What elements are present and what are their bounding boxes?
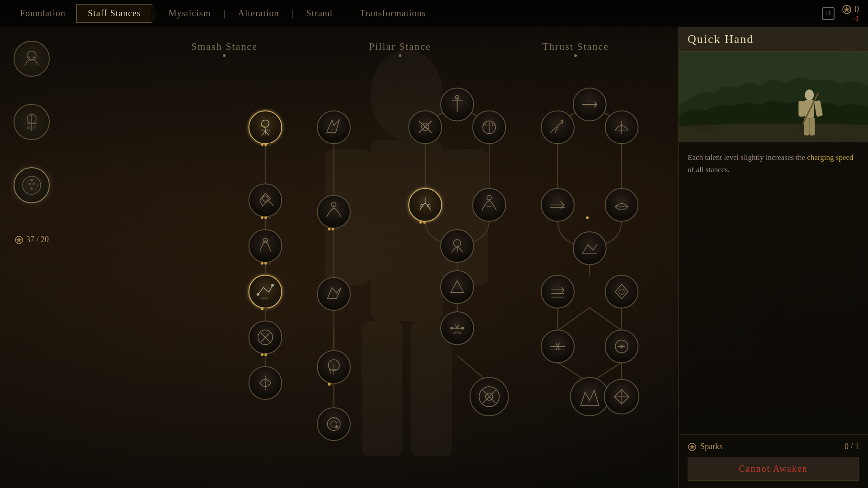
svg-point-14 <box>33 127 36 129</box>
nav-sep-3: | <box>292 8 293 19</box>
svg-point-47 <box>249 230 282 263</box>
svg-point-144 <box>541 275 574 308</box>
sparks-label: Sparks <box>688 442 722 451</box>
panel-footer: Sparks 0 / 1 Cannot Awaken <box>679 434 868 488</box>
svg-rect-167 <box>798 101 805 117</box>
svg-point-64 <box>317 111 350 144</box>
svg-point-69 <box>328 228 330 230</box>
nav-alteration[interactable]: Alteration <box>227 5 290 22</box>
svg-point-100 <box>423 221 425 224</box>
svg-point-19 <box>30 187 33 190</box>
sparks-footer-label: Sparks <box>700 442 722 451</box>
svg-rect-170 <box>809 117 815 136</box>
char-orb-1-icon <box>20 47 43 70</box>
sparks-total: 37 / 20 <box>14 235 49 244</box>
cannot-awaken-button[interactable]: Cannot Awaken <box>688 457 859 481</box>
svg-point-7 <box>27 51 36 60</box>
svg-point-109 <box>441 230 474 263</box>
svg-point-9 <box>33 56 35 58</box>
nav-sep-1: | <box>154 8 156 19</box>
nav-transformations[interactable]: Transformations <box>349 5 437 22</box>
sparks-count-display: 0 <box>842 4 859 14</box>
svg-point-18 <box>33 183 35 185</box>
nav-foundation[interactable]: Foundation <box>9 5 76 22</box>
svg-point-54 <box>271 284 274 286</box>
right-panel: Quick Hand <box>678 27 868 488</box>
svg-point-142 <box>573 232 606 265</box>
svg-point-50 <box>264 262 267 265</box>
svg-point-148 <box>605 275 638 308</box>
key-d-icon: D <box>822 7 835 20</box>
svg-point-46 <box>268 216 271 219</box>
nav-right: D 0 -1 <box>822 4 859 23</box>
navbar: Foundation Staff Stances | Mysticism | A… <box>0 0 868 27</box>
svg-point-39 <box>261 143 264 146</box>
panel-title: Quick Hand <box>688 33 859 46</box>
svg-point-38 <box>264 127 265 128</box>
sparks-footer-value: 0 / 1 <box>844 442 859 451</box>
svg-point-140 <box>605 188 638 221</box>
skill-tree-svg <box>127 54 678 488</box>
svg-point-13 <box>27 127 30 129</box>
sparks-area: 0 -1 <box>842 4 859 23</box>
sparks-row: Sparks 0 / 1 <box>688 442 859 451</box>
sparks-total-value: 37 / 20 <box>26 235 49 244</box>
svg-point-52 <box>249 275 282 308</box>
nav-mysticism[interactable]: Mysticism <box>158 5 222 22</box>
svg-point-75 <box>328 383 330 386</box>
svg-point-44 <box>261 216 264 219</box>
svg-point-71 <box>335 228 338 230</box>
svg-point-77 <box>317 408 350 441</box>
svg-point-51 <box>268 262 271 265</box>
svg-point-60 <box>261 353 264 356</box>
char-orb-2[interactable] <box>14 104 50 140</box>
panel-description: Each talent level slightly increases the… <box>679 142 868 434</box>
panel-title-bar: Quick Hand <box>679 27 868 52</box>
svg-point-156 <box>571 377 609 416</box>
svg-point-53 <box>257 293 259 296</box>
svg-rect-166 <box>805 100 814 118</box>
svg-point-99 <box>419 221 422 224</box>
svg-point-80 <box>335 426 338 428</box>
nav-staff-stances[interactable]: Staff Stances <box>76 4 152 23</box>
svg-point-37 <box>261 125 263 127</box>
svg-point-165 <box>805 89 814 100</box>
svg-point-41 <box>268 143 271 146</box>
char-orb-1[interactable] <box>14 41 50 77</box>
svg-point-76 <box>331 383 334 386</box>
svg-point-42 <box>249 184 282 217</box>
svg-point-117 <box>450 327 453 329</box>
sparks-footer-icon <box>688 442 697 451</box>
svg-point-57 <box>264 308 267 310</box>
svg-point-95 <box>409 188 442 221</box>
svg-point-72 <box>317 277 350 310</box>
svg-point-61 <box>264 353 267 356</box>
svg-point-56 <box>261 308 264 310</box>
svg-point-155 <box>620 345 623 348</box>
svg-point-118 <box>461 327 464 329</box>
panel-image <box>679 52 868 142</box>
skill-tree-area: Smash Stance Pillar Stance Thrust Stance <box>63 27 678 488</box>
char-orb-2-icon <box>20 111 43 133</box>
nav-strand[interactable]: Strand <box>295 5 343 22</box>
svg-point-8 <box>28 56 30 58</box>
svg-point-112 <box>441 271 474 304</box>
char-orb-3[interactable] <box>14 167 50 203</box>
svg-point-45 <box>264 216 267 219</box>
main-content: 37 / 20 Smash Stance Pillar Stance Thrus… <box>0 27 868 488</box>
nav-sep-2: | <box>223 8 225 19</box>
svg-point-20 <box>30 179 33 182</box>
svg-point-163 <box>697 124 715 131</box>
svg-point-106 <box>473 188 506 221</box>
svg-point-49 <box>261 262 264 265</box>
description-prefix: Each talent level slightly increases the <box>688 153 807 162</box>
char-orb-3-icon <box>20 174 43 197</box>
sparks-icon <box>842 5 852 14</box>
description-suffix: of all stances. <box>688 165 730 174</box>
sparks-small-icon <box>14 235 24 244</box>
svg-point-138 <box>586 216 589 219</box>
sparks-negative: -1 <box>842 14 859 23</box>
left-sidebar: 37 / 20 <box>0 27 63 488</box>
svg-point-70 <box>331 228 334 230</box>
svg-point-40 <box>264 143 267 146</box>
